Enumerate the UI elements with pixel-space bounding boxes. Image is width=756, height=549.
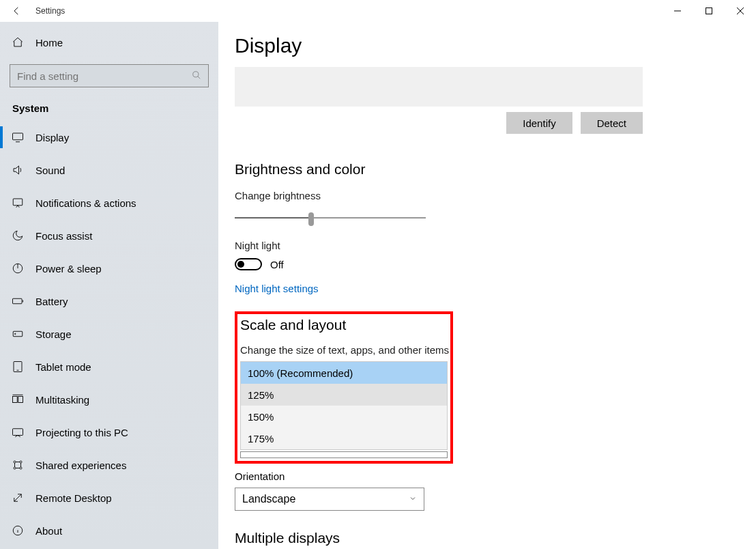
orientation-label: Orientation bbox=[235, 470, 756, 482]
close-button[interactable] bbox=[725, 0, 756, 22]
scale-section-title: Scale and layout bbox=[237, 317, 450, 333]
scale-option[interactable]: 150% bbox=[241, 406, 447, 427]
home-nav[interactable]: Home bbox=[0, 27, 218, 57]
svg-point-14 bbox=[14, 467, 16, 469]
sidebar-item-focus-assist[interactable]: Focus assist bbox=[0, 219, 218, 252]
scale-option[interactable]: 125% bbox=[241, 384, 447, 406]
sidebar-item-battery[interactable]: Battery bbox=[0, 285, 218, 318]
sidebar-item-label: Power & sleep bbox=[35, 263, 102, 274]
sidebar-item-label: Shared experiences bbox=[35, 460, 126, 471]
display-icon bbox=[11, 131, 25, 143]
window-title: Settings bbox=[33, 6, 65, 16]
scale-dropdown-field[interactable] bbox=[240, 451, 448, 458]
storage-icon bbox=[11, 328, 25, 340]
sidebar: Home System DisplaySoundNotifications & … bbox=[0, 22, 218, 549]
svg-point-7 bbox=[15, 333, 16, 335]
night-light-settings-link[interactable]: Night light settings bbox=[235, 283, 319, 294]
brightness-slider[interactable] bbox=[235, 211, 426, 225]
multiple-displays-section-title: Multiple displays bbox=[235, 530, 756, 546]
tablet-icon bbox=[11, 361, 25, 373]
search-input[interactable] bbox=[17, 70, 201, 82]
sidebar-item-label: Notifications & actions bbox=[35, 197, 136, 209]
remote-icon bbox=[11, 492, 25, 504]
brightness-label: Change brightness bbox=[235, 190, 756, 201]
sidebar-item-label: Battery bbox=[35, 296, 68, 307]
orientation-value: Landscape bbox=[242, 493, 295, 505]
svg-point-15 bbox=[20, 467, 22, 469]
slider-thumb[interactable] bbox=[308, 212, 314, 226]
sidebar-item-label: Focus assist bbox=[35, 230, 92, 242]
shared-icon bbox=[11, 459, 25, 471]
sidebar-item-about[interactable]: About bbox=[0, 514, 218, 547]
multitasking-icon bbox=[11, 393, 25, 406]
sidebar-item-label: About bbox=[35, 525, 62, 537]
toggle-state-label: Off bbox=[270, 259, 284, 270]
sidebar-item-projecting-to-this-pc[interactable]: Projecting to this PC bbox=[0, 416, 218, 449]
identify-button[interactable]: Identify bbox=[506, 112, 572, 134]
sidebar-item-label: Projecting to this PC bbox=[35, 427, 128, 438]
scale-option[interactable]: 175% bbox=[241, 427, 447, 449]
svg-rect-5 bbox=[13, 298, 23, 304]
main-content: Display Identify Detect Brightness and c… bbox=[218, 22, 756, 549]
back-button[interactable] bbox=[0, 2, 33, 20]
scale-dropdown-open[interactable]: 100% (Recommended)125%150%175% bbox=[240, 361, 448, 450]
sidebar-item-label: Storage bbox=[35, 328, 72, 340]
svg-rect-2 bbox=[13, 133, 23, 140]
sound-icon bbox=[11, 164, 25, 176]
display-preview bbox=[235, 67, 643, 107]
page-title: Display bbox=[235, 34, 756, 57]
night-light-toggle[interactable] bbox=[235, 258, 262, 270]
svg-point-12 bbox=[14, 461, 16, 463]
svg-rect-0 bbox=[706, 8, 712, 14]
sidebar-item-label: Multitasking bbox=[35, 394, 89, 406]
sidebar-item-shared-experiences[interactable]: Shared experiences bbox=[0, 449, 218, 481]
sidebar-item-label: Tablet mode bbox=[35, 361, 91, 373]
scale-highlight-box: Scale and layout Change the size of text… bbox=[235, 311, 453, 464]
svg-rect-10 bbox=[18, 397, 23, 403]
moon-icon bbox=[11, 229, 25, 242]
brightness-section-title: Brightness and color bbox=[235, 161, 756, 178]
sidebar-item-tablet-mode[interactable]: Tablet mode bbox=[0, 350, 218, 383]
sidebar-item-storage[interactable]: Storage bbox=[0, 318, 218, 350]
sidebar-item-display[interactable]: Display bbox=[0, 121, 218, 154]
sidebar-item-multitasking[interactable]: Multitasking bbox=[0, 383, 218, 416]
sidebar-item-power-sleep[interactable]: Power & sleep bbox=[0, 252, 218, 285]
svg-point-1 bbox=[193, 72, 199, 77]
svg-rect-3 bbox=[13, 199, 23, 206]
sidebar-item-label: Remote Desktop bbox=[35, 492, 112, 504]
scale-option[interactable]: 100% (Recommended) bbox=[241, 362, 447, 384]
maximize-button[interactable] bbox=[693, 0, 725, 22]
sidebar-item-notifications-actions[interactable]: Notifications & actions bbox=[0, 186, 218, 219]
sidebar-item-label: Display bbox=[35, 132, 69, 143]
projecting-icon bbox=[11, 426, 25, 438]
home-icon bbox=[11, 36, 25, 48]
scale-label: Change the size of text, apps, and other… bbox=[237, 344, 450, 356]
about-icon bbox=[11, 524, 25, 537]
svg-point-13 bbox=[20, 461, 22, 463]
home-label: Home bbox=[35, 37, 63, 48]
search-icon bbox=[192, 70, 201, 83]
sidebar-item-remote-desktop[interactable]: Remote Desktop bbox=[0, 481, 218, 514]
sidebar-item-label: Sound bbox=[35, 165, 65, 176]
notifications-icon bbox=[11, 197, 25, 209]
night-light-label: Night light bbox=[235, 240, 756, 251]
sidebar-group-title: System bbox=[0, 87, 218, 121]
chevron-down-icon bbox=[409, 494, 417, 505]
svg-rect-9 bbox=[13, 397, 18, 403]
battery-icon bbox=[11, 295, 25, 307]
search-input-wrap[interactable] bbox=[10, 64, 209, 87]
minimize-button[interactable] bbox=[662, 0, 693, 22]
sidebar-item-sound[interactable]: Sound bbox=[0, 154, 218, 186]
power-icon bbox=[11, 262, 25, 274]
detect-button[interactable]: Detect bbox=[581, 112, 643, 134]
svg-rect-11 bbox=[13, 429, 23, 436]
orientation-select[interactable]: Landscape bbox=[235, 488, 424, 511]
